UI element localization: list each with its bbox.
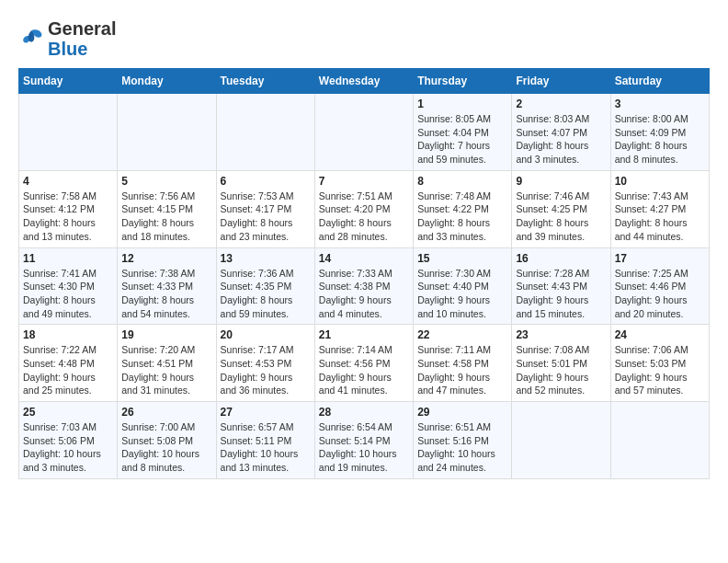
calendar-cell: 9Sunrise: 7:46 AMSunset: 4:25 PMDaylight… (512, 170, 610, 247)
page-header: General Blue (18, 18, 710, 59)
logo: General Blue (18, 18, 116, 59)
calendar-cell: 17Sunrise: 7:25 AMSunset: 4:46 PMDayligh… (610, 247, 709, 325)
day-sun-info: Sunrise: 7:48 AMSunset: 4:22 PMDaylight:… (417, 190, 507, 244)
day-number: 20 (221, 328, 311, 341)
day-number: 25 (23, 406, 113, 419)
day-sun-info: Sunrise: 8:05 AMSunset: 4:04 PMDaylight:… (417, 112, 507, 167)
day-number: 6 (221, 175, 311, 188)
calendar-cell: 10Sunrise: 7:43 AMSunset: 4:27 PMDayligh… (610, 170, 709, 247)
day-sun-info: Sunrise: 7:43 AMSunset: 4:27 PMDaylight:… (615, 190, 705, 244)
day-number: 18 (23, 328, 113, 341)
day-sun-info: Sunrise: 7:28 AMSunset: 4:43 PMDaylight:… (516, 267, 606, 321)
day-sun-info: Sunrise: 6:54 AMSunset: 5:14 PMDaylight:… (319, 420, 409, 475)
day-sun-info: Sunrise: 7:56 AMSunset: 4:15 PMDaylight:… (121, 190, 211, 244)
day-sun-info: Sunrise: 7:51 AMSunset: 4:20 PMDaylight:… (319, 190, 409, 244)
day-number: 5 (121, 175, 211, 188)
calendar-cell: 21Sunrise: 7:14 AMSunset: 4:56 PMDayligh… (314, 325, 413, 402)
day-number: 12 (121, 252, 211, 265)
calendar-cell: 6Sunrise: 7:53 AMSunset: 4:17 PMDaylight… (216, 170, 314, 247)
calendar-week-row: 11Sunrise: 7:41 AMSunset: 4:30 PMDayligh… (19, 247, 710, 325)
day-sun-info: Sunrise: 6:57 AMSunset: 5:11 PMDaylight:… (221, 420, 311, 475)
day-sun-info: Sunrise: 7:25 AMSunset: 4:46 PMDaylight:… (615, 267, 705, 321)
day-sun-info: Sunrise: 7:53 AMSunset: 4:17 PMDaylight:… (221, 190, 311, 244)
calendar-cell: 11Sunrise: 7:41 AMSunset: 4:30 PMDayligh… (19, 247, 118, 325)
day-of-week-header: Monday (118, 69, 216, 94)
day-sun-info: Sunrise: 7:36 AMSunset: 4:35 PMDaylight:… (221, 267, 311, 321)
day-number: 9 (516, 175, 606, 188)
calendar-week-row: 4Sunrise: 7:58 AMSunset: 4:12 PMDaylight… (19, 170, 710, 247)
day-of-week-header: Saturday (610, 69, 709, 94)
day-number: 15 (417, 252, 507, 265)
day-sun-info: Sunrise: 7:33 AMSunset: 4:38 PMDaylight:… (319, 267, 409, 321)
day-number: 22 (417, 328, 507, 341)
day-number: 3 (615, 98, 705, 110)
calendar-cell (610, 402, 709, 479)
calendar-cell: 23Sunrise: 7:08 AMSunset: 5:01 PMDayligh… (512, 325, 610, 402)
calendar-cell (512, 402, 610, 479)
day-sun-info: Sunrise: 7:22 AMSunset: 4:48 PMDaylight:… (23, 343, 113, 397)
day-sun-info: Sunrise: 7:58 AMSunset: 4:12 PMDaylight:… (23, 190, 113, 244)
calendar-cell: 18Sunrise: 7:22 AMSunset: 4:48 PMDayligh… (19, 325, 118, 402)
calendar-cell: 16Sunrise: 7:28 AMSunset: 4:43 PMDayligh… (512, 247, 610, 325)
calendar-week-row: 25Sunrise: 7:03 AMSunset: 5:06 PMDayligh… (19, 402, 710, 479)
day-number: 26 (121, 406, 211, 419)
calendar-cell: 12Sunrise: 7:38 AMSunset: 4:33 PMDayligh… (118, 247, 216, 325)
calendar-cell (314, 94, 413, 171)
calendar-cell: 5Sunrise: 7:56 AMSunset: 4:15 PMDaylight… (118, 170, 216, 247)
calendar-week-row: 18Sunrise: 7:22 AMSunset: 4:48 PMDayligh… (19, 325, 710, 402)
calendar-cell: 13Sunrise: 7:36 AMSunset: 4:35 PMDayligh… (216, 247, 314, 325)
day-number: 19 (121, 328, 211, 341)
calendar-cell: 25Sunrise: 7:03 AMSunset: 5:06 PMDayligh… (19, 402, 118, 479)
day-number: 8 (417, 175, 507, 188)
day-sun-info: Sunrise: 7:46 AMSunset: 4:25 PMDaylight:… (516, 190, 606, 244)
day-of-week-header: Sunday (19, 69, 118, 94)
day-sun-info: Sunrise: 8:00 AMSunset: 4:09 PMDaylight:… (615, 112, 705, 167)
day-of-week-header: Wednesday (314, 69, 413, 94)
day-number: 10 (615, 175, 705, 188)
calendar-cell: 4Sunrise: 7:58 AMSunset: 4:12 PMDaylight… (19, 170, 118, 247)
calendar-cell: 27Sunrise: 6:57 AMSunset: 5:11 PMDayligh… (216, 402, 314, 479)
calendar-cell: 26Sunrise: 7:00 AMSunset: 5:08 PMDayligh… (118, 402, 216, 479)
day-sun-info: Sunrise: 6:51 AMSunset: 5:16 PMDaylight:… (417, 420, 507, 475)
calendar-cell: 22Sunrise: 7:11 AMSunset: 4:58 PMDayligh… (414, 325, 512, 402)
day-sun-info: Sunrise: 7:00 AMSunset: 5:08 PMDaylight:… (121, 420, 211, 475)
day-number: 4 (23, 175, 113, 188)
calendar-cell: 24Sunrise: 7:06 AMSunset: 5:03 PMDayligh… (610, 325, 709, 402)
day-sun-info: Sunrise: 7:20 AMSunset: 4:51 PMDaylight:… (121, 343, 211, 397)
day-of-week-header: Tuesday (216, 69, 314, 94)
calendar-cell (216, 94, 314, 171)
calendar-cell: 2Sunrise: 8:03 AMSunset: 4:07 PMDaylight… (512, 94, 610, 171)
day-number: 23 (516, 328, 606, 341)
calendar-cell: 8Sunrise: 7:48 AMSunset: 4:22 PMDaylight… (414, 170, 512, 247)
day-sun-info: Sunrise: 7:38 AMSunset: 4:33 PMDaylight:… (121, 267, 211, 321)
calendar-cell: 28Sunrise: 6:54 AMSunset: 5:14 PMDayligh… (314, 402, 413, 479)
day-sun-info: Sunrise: 7:30 AMSunset: 4:40 PMDaylight:… (417, 267, 507, 321)
day-number: 27 (221, 406, 311, 419)
day-sun-info: Sunrise: 7:17 AMSunset: 4:53 PMDaylight:… (221, 343, 311, 397)
day-number: 21 (319, 328, 409, 341)
day-number: 24 (615, 328, 705, 341)
day-sun-info: Sunrise: 7:08 AMSunset: 5:01 PMDaylight:… (516, 343, 606, 397)
day-number: 2 (516, 98, 606, 110)
day-sun-info: Sunrise: 7:11 AMSunset: 4:58 PMDaylight:… (417, 343, 507, 397)
day-number: 1 (417, 98, 507, 110)
day-of-week-header: Friday (512, 69, 610, 94)
calendar-cell: 14Sunrise: 7:33 AMSunset: 4:38 PMDayligh… (314, 247, 413, 325)
calendar-week-row: 1Sunrise: 8:05 AMSunset: 4:04 PMDaylight… (19, 94, 710, 171)
day-sun-info: Sunrise: 7:03 AMSunset: 5:06 PMDaylight:… (23, 420, 113, 475)
day-number: 28 (319, 406, 409, 419)
calendar-cell: 1Sunrise: 8:05 AMSunset: 4:04 PMDaylight… (414, 94, 512, 171)
calendar-cell: 29Sunrise: 6:51 AMSunset: 5:16 PMDayligh… (414, 402, 512, 479)
calendar-cell (19, 94, 118, 171)
day-number: 17 (615, 252, 705, 265)
calendar-cell: 20Sunrise: 7:17 AMSunset: 4:53 PMDayligh… (216, 325, 314, 402)
day-sun-info: Sunrise: 7:06 AMSunset: 5:03 PMDaylight:… (615, 343, 705, 397)
logo-text: General Blue (48, 18, 116, 59)
calendar-table: SundayMondayTuesdayWednesdayThursdayFrid… (18, 68, 710, 479)
day-sun-info: Sunrise: 8:03 AMSunset: 4:07 PMDaylight:… (516, 112, 606, 167)
day-number: 7 (319, 175, 409, 188)
calendar-cell (118, 94, 216, 171)
day-number: 14 (319, 252, 409, 265)
day-of-week-header: Thursday (414, 69, 512, 94)
day-number: 13 (221, 252, 311, 265)
